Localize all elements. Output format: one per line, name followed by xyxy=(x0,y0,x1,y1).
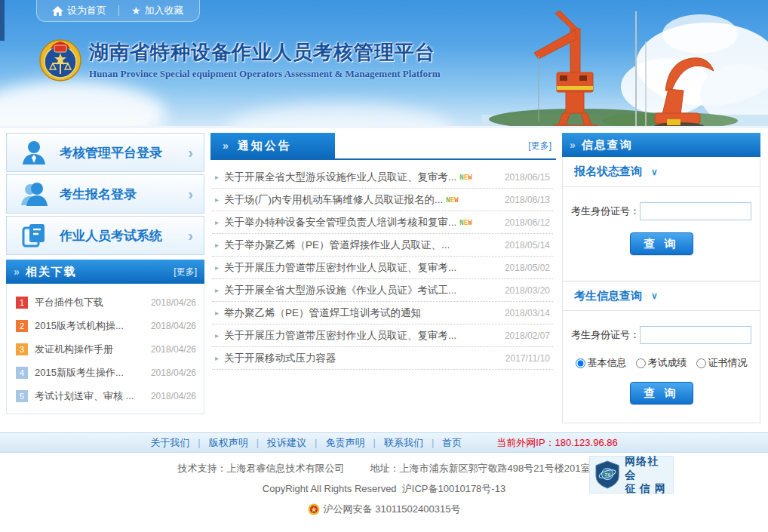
menu-item-platform-login[interactable]: 考核管理平台登录 › xyxy=(6,133,204,172)
downloads-more-link[interactable]: [更多] xyxy=(174,266,197,278)
rank-badge: 1 xyxy=(16,297,28,309)
svg-text:ZX: ZX xyxy=(604,472,610,477)
cloud-decoration xyxy=(226,103,453,128)
download-item[interactable]: 5 考试计划送审、审核 ... 2018/04/26 xyxy=(16,384,196,407)
tab-notices[interactable]: » 通知公告 xyxy=(210,133,335,158)
notice-item[interactable]: ▸ 关于开展全省大型游乐设施《作业人员证》考试工... 2018/03/20 xyxy=(212,279,553,302)
chevron-right-icon: › xyxy=(188,186,193,203)
footer-link-contact[interactable]: 联系我们 xyxy=(384,436,423,450)
footer-link-about[interactable]: 关于我们 xyxy=(150,436,189,450)
footer-separator: | xyxy=(315,437,317,448)
notice-title: 关于举办聚乙烯（PE）管道焊接作业人员取证、... xyxy=(224,238,450,252)
police-badge-icon xyxy=(308,503,320,515)
radio-basic-info-input[interactable] xyxy=(576,358,585,368)
query-panel: » 信息查询 报名状态查询 ∨ 考生身份证号： 查 询 xyxy=(562,133,760,423)
downloads-list: 1 平台插件包下载 2018/04/26 2 2015版考试机构操... 201… xyxy=(6,284,204,414)
query-button[interactable]: 查 询 xyxy=(630,382,693,404)
id-number-label: 考生身份证号： xyxy=(571,329,640,340)
bullet-icon: ▸ xyxy=(215,286,219,294)
id-number-label: 考生身份证号： xyxy=(571,205,640,217)
footer-link-disclaimer[interactable]: 免责声明 xyxy=(325,436,364,450)
download-label: 发证机构操作手册 xyxy=(35,343,151,356)
radio-label: 考试成绩 xyxy=(648,356,687,370)
double-arrow-icon: » xyxy=(570,139,576,151)
notices-header: » 通知公告 [更多] xyxy=(210,133,556,160)
star-icon: ★ xyxy=(131,5,141,17)
bullet-icon: ▸ xyxy=(215,173,219,181)
icp-number-text: 沪ICP备10010178号-13 xyxy=(402,483,505,494)
menu-item-label: 考生报名登录 xyxy=(60,186,188,203)
rank-badge: 4 xyxy=(16,367,28,379)
candidate-info-section-title[interactable]: 考生信息查询 ∨ xyxy=(563,281,760,311)
notice-date: 2018/03/20 xyxy=(505,285,553,296)
banner-header: 设为首页 ★ 加入收藏 湖南省特种设备作业人员考核管理平台 xyxy=(0,0,768,128)
candidate-info-form: 考生身份证号： 基本信息 考试成绩 xyxy=(563,311,760,423)
topbar: 设为首页 ★ 加入收藏 xyxy=(36,0,200,22)
notice-date: 2018/06/12 xyxy=(505,217,553,228)
footer-link-complaint[interactable]: 投诉建议 xyxy=(267,436,306,450)
radio-label: 基本信息 xyxy=(588,356,627,370)
police-record-text: 沪公网安备 31011502400315号 xyxy=(324,503,461,516)
bullet-icon: ▸ xyxy=(215,331,219,340)
signup-status-form: 考生身份证号： 查 询 xyxy=(563,187,760,281)
download-label: 2015新版考生操作... xyxy=(35,366,151,380)
signup-status-section-title[interactable]: 报名状态查询 ∨ xyxy=(563,157,760,187)
notice-date: 2018/05/14 xyxy=(505,240,553,251)
user-icon xyxy=(20,139,48,166)
downloads-title: 相关下载 xyxy=(26,265,174,279)
download-item[interactable]: 4 2015新版考生操作... 2018/04/26 xyxy=(16,361,196,384)
download-date: 2018/04/26 xyxy=(151,344,196,355)
download-item[interactable]: 3 发证机构操作手册 2018/04/26 xyxy=(16,337,196,361)
notice-item[interactable]: ▸ 关于举办特种设备安全管理负责人培训考核和复审... NEW 2018/06/… xyxy=(212,211,553,234)
new-badge: NEW xyxy=(459,174,472,181)
footer-link-home[interactable]: 首页 xyxy=(442,436,462,450)
add-favorite-link[interactable]: ★ 加入收藏 xyxy=(131,4,184,17)
query-box: 报名状态查询 ∨ 考生身份证号： 查 询 考生信息查询 ∨ 考生身份 xyxy=(562,157,760,423)
notice-item[interactable]: ▸ 关于开展压力管道带压密封作业人员取证、复审考... 2018/05/02 xyxy=(212,257,553,279)
section-title-label: 考生信息查询 xyxy=(574,289,642,303)
credit-network-badge[interactable]: ZX 网络社会 征 信 网 xyxy=(589,456,674,494)
id-number-input[interactable] xyxy=(640,326,751,344)
notice-item[interactable]: ▸ 关于开展移动式压力容器 2017/11/10 xyxy=(212,347,553,370)
footer-separator: | xyxy=(373,437,375,448)
notice-item[interactable]: ▸ 关于开展全省大型游乐设施作业人员取证、复审考... NEW 2018/06/… xyxy=(212,166,553,189)
section-title-label: 报名状态查询 xyxy=(574,165,642,179)
page: 设为首页 ★ 加入收藏 湖南省特种设备作业人员考核管理平台 xyxy=(0,0,768,532)
main-content: 考核管理平台登录 › 考生报名登录 › xyxy=(0,128,768,423)
notice-item[interactable]: ▸ 关于举办聚乙烯（PE）管道焊接作业人员取证、... 2018/05/14 xyxy=(212,234,553,257)
menu-item-exam-system[interactable]: 作业人员考试系统 › xyxy=(6,216,204,255)
bullet-icon: ▸ xyxy=(215,195,219,204)
notices-more-link[interactable]: [更多] xyxy=(528,140,556,152)
credit-badge-text: 网络社会 征 信 网 xyxy=(625,454,668,495)
page-title: 湖南省特种设备作业人员考核管理平台 xyxy=(89,39,441,66)
set-home-link[interactable]: 设为首页 xyxy=(52,4,106,17)
credit-line2: 征 信 网 xyxy=(625,481,668,495)
notice-title: 关于开展全省大型游乐设施作业人员取证、复审考... xyxy=(224,171,456,184)
notice-item[interactable]: ▸ 关于开展压力管道带压密封作业人员取证、复审考... 2018/02/07 xyxy=(212,324,553,347)
notice-title: 举办聚乙烯（PE）管道焊工培训考试的通知 xyxy=(224,306,421,320)
menu-item-candidate-signup-login[interactable]: 考生报名登录 › xyxy=(6,174,204,214)
download-date: 2018/04/26 xyxy=(151,391,196,401)
footer-nav: 关于我们 | 版权声明 | 投诉建议 | 免责声明 | 联系我们 | 首页 当前… xyxy=(0,432,768,453)
radio-exam-score-input[interactable] xyxy=(636,358,646,368)
radio-certificate[interactable]: 证书情况 xyxy=(696,356,748,370)
footer-link-copyright[interactable]: 版权声明 xyxy=(209,436,248,450)
rank-badge: 5 xyxy=(16,390,28,402)
download-item[interactable]: 2 2015版考试机构操... 2018/04/26 xyxy=(16,314,196,337)
notices-title: 通知公告 xyxy=(238,139,292,153)
radio-certificate-input[interactable] xyxy=(696,358,706,368)
query-button[interactable]: 查 询 xyxy=(630,232,693,255)
chevron-down-icon: ∨ xyxy=(651,291,658,301)
radio-exam-score[interactable]: 考试成绩 xyxy=(636,356,687,370)
notice-item[interactable]: ▸ 关于场(厂)内专用机动车辆维修人员取证报名的... NEW 2018/06/… xyxy=(212,189,553,211)
download-date: 2018/04/26 xyxy=(151,321,196,331)
notice-title: 关于场(厂)内专用机动车辆维修人员取证报名的... xyxy=(224,193,443,207)
download-date: 2018/04/26 xyxy=(151,297,196,308)
notice-item[interactable]: ▸ 举办聚乙烯（PE）管道焊工培训考试的通知 2018/03/14 xyxy=(212,302,553,324)
radio-basic-info[interactable]: 基本信息 xyxy=(576,356,627,370)
id-number-input[interactable] xyxy=(640,202,751,220)
query-header: » 信息查询 xyxy=(562,133,760,157)
download-item[interactable]: 1 平台插件包下载 2018/04/26 xyxy=(16,291,196,314)
set-home-label: 设为首页 xyxy=(67,4,106,17)
emblem-logo xyxy=(39,39,81,81)
